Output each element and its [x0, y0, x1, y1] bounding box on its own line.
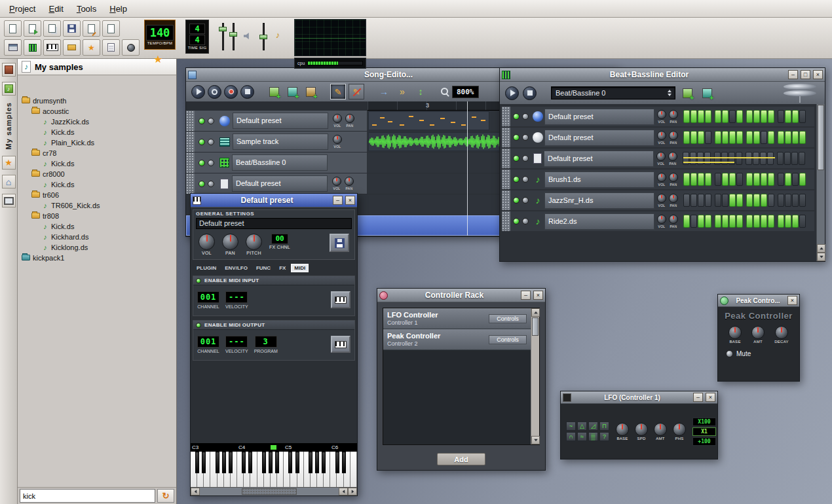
export-project-button[interactable] [83, 20, 100, 37]
decay-knob[interactable] [775, 326, 788, 339]
beat-step[interactable] [778, 215, 784, 228]
beat-step[interactable] [768, 110, 774, 123]
slider-handle[interactable] [229, 32, 237, 37]
tree-item[interactable]: acoustic [18, 105, 176, 116]
track-enable-led[interactable] [199, 160, 205, 166]
keyboard-scrollbar[interactable] [191, 487, 357, 495]
vol-knob[interactable] [333, 135, 342, 144]
master-volume-slider[interactable] [219, 22, 227, 52]
beat-step[interactable] [683, 152, 689, 165]
beat-step[interactable] [785, 173, 791, 186]
beat-step[interactable] [799, 152, 805, 165]
beat-step[interactable] [715, 215, 721, 228]
menu-tools[interactable]: Tools [70, 1, 103, 16]
pitch-knob[interactable] [246, 234, 262, 250]
tree-item[interactable]: ♪Kick.ds [18, 126, 176, 137]
beat-step[interactable] [777, 152, 784, 165]
track-grip[interactable] [502, 107, 510, 126]
close-button[interactable]: × [533, 291, 543, 300]
save-project-button[interactable] [63, 20, 81, 37]
track-name[interactable]: JazzSnr_H.ds [544, 192, 654, 209]
track-solo-led[interactable] [522, 197, 529, 204]
piano-black-key[interactable] [222, 452, 226, 473]
beat-step[interactable] [729, 110, 736, 123]
whats-this-star-icon[interactable]: ★ [153, 53, 162, 65]
piano-black-key[interactable] [202, 452, 206, 473]
tree-item[interactable]: ♪Plain_Kick.ds [18, 137, 176, 147]
midi-output-header[interactable]: ENABLE MIDI OUTPUT [193, 321, 354, 330]
master-pitch-slider-2[interactable] [259, 22, 267, 52]
pan-knob[interactable] [669, 215, 678, 224]
midi-output-program-display[interactable]: 3 [255, 336, 277, 348]
track-name[interactable]: Default preset [544, 130, 654, 146]
saw-wave-icon[interactable]: ◿ [588, 422, 598, 431]
time-signature-widget[interactable]: 4 4 TIME SIG [185, 20, 209, 54]
pan-knob[interactable] [668, 152, 677, 161]
track-enable-led[interactable] [199, 181, 205, 187]
beat-step[interactable] [753, 131, 760, 144]
minimize-button[interactable]: – [693, 393, 703, 402]
beat-step[interactable] [722, 110, 728, 123]
track-solo-led[interactable] [522, 176, 529, 183]
track-grip[interactable] [502, 170, 510, 189]
piano-keyboard[interactable] [191, 452, 357, 487]
tab-env-lfo[interactable]: ENV/LFO [221, 264, 251, 272]
beat-step[interactable] [728, 152, 735, 165]
sidebar-tab-instruments[interactable] [2, 63, 16, 77]
beat-step[interactable] [690, 131, 697, 144]
beat-step[interactable] [715, 194, 721, 207]
track-solo-led[interactable] [208, 181, 214, 187]
piano-black-key[interactable] [248, 452, 252, 473]
multiply-1-button[interactable]: X1 [692, 427, 716, 436]
beat-step[interactable] [698, 110, 704, 123]
tree-item[interactable]: tr808 [18, 210, 176, 221]
track-enable-led[interactable] [513, 176, 520, 183]
beat-step[interactable] [705, 110, 711, 123]
beat-step[interactable] [761, 131, 767, 144]
rack-scrollbar[interactable] [531, 308, 539, 444]
beat-step[interactable] [722, 194, 728, 207]
beat-step[interactable] [698, 194, 704, 207]
speed-knob[interactable] [635, 423, 648, 436]
beat-step[interactable] [729, 131, 736, 144]
beat-step[interactable] [761, 110, 767, 123]
bb-pattern-selector[interactable]: Beat/Bassline 0 [551, 86, 675, 99]
playhead-line[interactable] [467, 101, 468, 236]
tree-item[interactable]: ♪Kicklong.ds [18, 242, 176, 252]
triangle-wave-icon[interactable]: △ [577, 422, 587, 431]
vol-knob[interactable] [657, 131, 666, 140]
midi-output-channel-display[interactable]: 001 [197, 336, 219, 348]
beat-step[interactable] [722, 173, 728, 186]
beat-step[interactable] [722, 215, 728, 228]
beat-step[interactable] [690, 194, 697, 207]
track-grip[interactable] [502, 211, 510, 231]
beat-step[interactable] [746, 110, 753, 123]
pan-knob[interactable] [222, 234, 238, 250]
beat-step[interactable] [778, 110, 784, 123]
track-name[interactable]: Default preset [544, 151, 654, 167]
beat-step[interactable] [767, 152, 774, 165]
track-solo-led[interactable] [522, 155, 529, 162]
save-preset-button[interactable] [330, 234, 349, 252]
beat-step[interactable] [761, 194, 767, 207]
track-grip[interactable] [502, 190, 510, 210]
midi-input-keys-button[interactable] [331, 291, 350, 308]
amount-knob[interactable] [654, 423, 667, 436]
scrollbar-thumb[interactable] [532, 317, 539, 336]
tab-fx[interactable]: FX [276, 264, 289, 272]
draw-mode-button[interactable]: ✎ [330, 84, 346, 99]
beat-step[interactable] [704, 152, 711, 165]
piano-black-key[interactable] [269, 452, 273, 473]
edit-mode-button[interactable]: ✎ [349, 84, 364, 99]
beat-step[interactable] [791, 152, 798, 165]
peak-controller-titlebar[interactable]: Peak Contro... × [718, 295, 799, 307]
amount-knob[interactable] [751, 326, 765, 339]
track-grip[interactable] [186, 132, 195, 152]
timesig-numerator-display[interactable]: 4 [189, 24, 205, 34]
track-solo-led[interactable] [522, 218, 529, 225]
beat-step[interactable] [683, 131, 690, 144]
scrollbar-thumb[interactable] [242, 488, 297, 495]
stop-button[interactable] [240, 85, 254, 99]
multiply-100-button[interactable]: X100 [692, 418, 716, 426]
tree-item[interactable]: cr8000 [18, 168, 176, 179]
